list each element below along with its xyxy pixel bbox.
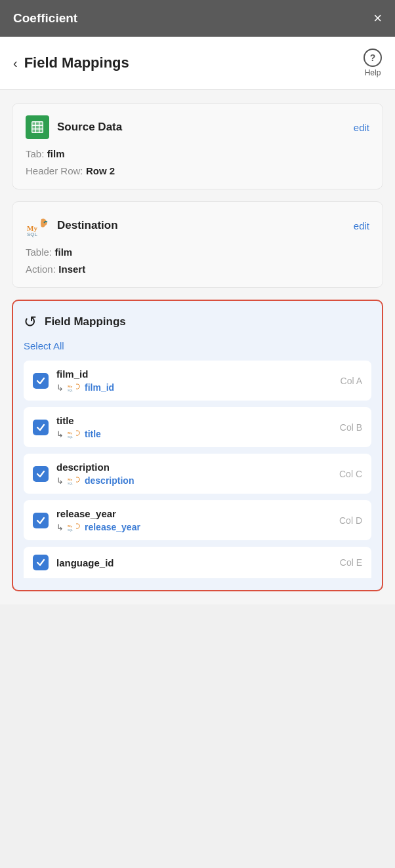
field-info-title: title ↳ My SQL title (56, 415, 332, 439)
dest-action-value: Insert (58, 264, 85, 275)
svg-text:My: My (68, 431, 73, 435)
dest-action-label: Action: (26, 264, 56, 275)
field-col-film-id: Col A (341, 376, 362, 386)
svg-text:My: My (68, 385, 73, 388)
fm-header: ↺ Field Mappings (24, 313, 371, 331)
page-title: Field Mappings (24, 54, 129, 71)
svg-text:SQL: SQL (68, 482, 73, 485)
checkbox-release-year[interactable] (33, 513, 49, 528)
destination-card: My SQL Destination edit Table: film Acti… (12, 201, 383, 288)
source-header-label: Header Row: (26, 165, 83, 176)
field-info-film-id: film_id ↳ My SQL film_id (56, 368, 333, 393)
field-row-description: description ↳ My SQL description Col C (24, 454, 371, 494)
main-content: Source Data edit Tab: film Header Row: R… (0, 90, 395, 604)
field-dest-release-year: release_year (85, 522, 140, 532)
field-mappings-icon: ↺ (24, 313, 37, 331)
app-header: Coefficient × (0, 0, 395, 37)
help-icon: ? (364, 49, 382, 67)
close-button[interactable]: × (373, 11, 382, 26)
checkbox-description[interactable] (33, 466, 49, 482)
source-edit-link[interactable]: edit (354, 122, 369, 133)
field-mappings-card: ↺ Field Mappings Select All film_id ↳ My… (12, 300, 383, 591)
mapping-arrow-icon: ↳ (56, 523, 64, 532)
dest-table-row: Table: film (26, 247, 369, 258)
svg-text:SQL: SQL (68, 389, 73, 392)
svg-text:SQL: SQL (27, 231, 38, 237)
checkbox-title[interactable] (33, 420, 49, 435)
select-all-button[interactable]: Select All (24, 340, 64, 351)
field-name-language-id: language_id (56, 557, 332, 568)
mysql-mini-icon-title: My SQL (68, 429, 81, 439)
field-info-description: description ↳ My SQL description (56, 462, 331, 486)
svg-rect-0 (32, 122, 43, 133)
checkbox-film-id[interactable] (33, 373, 49, 389)
source-tab-row: Tab: film (26, 148, 369, 160)
field-dest-title: title (85, 429, 101, 439)
back-button[interactable]: ‹ (13, 56, 18, 71)
source-header-row: Header Row: Row 2 (26, 165, 369, 177)
mysql-mini-icon-description: My SQL (68, 476, 81, 485)
source-header-value: Row 2 (86, 165, 115, 176)
field-row-title: title ↳ My SQL title Col B (24, 407, 371, 447)
svg-text:My: My (68, 524, 73, 528)
dest-card-title: Destination (57, 219, 118, 232)
field-mapping-film-id: ↳ My SQL film_id (56, 382, 333, 393)
mapping-arrow-icon: ↳ (56, 429, 64, 439)
field-dest-description: description (85, 475, 134, 486)
source-tab-label: Tab: (26, 148, 44, 159)
help-button[interactable]: ? Help (364, 49, 382, 77)
dest-edit-link[interactable]: edit (354, 220, 369, 231)
source-card-header: Source Data edit (26, 115, 369, 139)
field-info-language-id: language_id (56, 557, 332, 568)
sheets-icon (26, 115, 49, 139)
svg-text:SQL: SQL (68, 528, 73, 532)
dest-action-row: Action: Insert (26, 264, 369, 275)
field-col-release-year: Col D (339, 515, 362, 526)
svg-text:SQL: SQL (68, 435, 73, 439)
field-col-language-id: Col E (340, 557, 362, 568)
field-mapping-title: ↳ My SQL title (56, 429, 332, 439)
svg-text:My: My (68, 478, 73, 481)
field-col-description: Col C (339, 469, 362, 479)
checkbox-language-id[interactable] (33, 555, 49, 570)
page-header: ‹ Field Mappings ? Help (0, 37, 395, 90)
fm-title: Field Mappings (45, 315, 126, 328)
source-card-title: Source Data (57, 121, 122, 134)
field-mapping-release-year: ↳ My SQL release_year (56, 522, 331, 532)
field-col-title: Col B (340, 422, 362, 433)
field-name-title: title (56, 415, 332, 426)
field-info-release-year: release_year ↳ My SQL release_year (56, 508, 331, 532)
field-name-description: description (56, 462, 331, 473)
source-data-card: Source Data edit Tab: film Header Row: R… (12, 103, 383, 189)
page-header-left: ‹ Field Mappings (13, 54, 129, 71)
mysql-icon: My SQL (26, 214, 49, 237)
source-tab-value: film (47, 148, 65, 159)
app-title: Coefficient (13, 11, 77, 26)
field-name-film-id: film_id (56, 368, 333, 380)
dest-card-header: My SQL Destination edit (26, 214, 369, 237)
mysql-mini-icon-release-year: My SQL (68, 523, 81, 532)
field-name-release-year: release_year (56, 508, 331, 519)
field-row-film-id: film_id ↳ My SQL film_id Col A (24, 361, 371, 401)
mysql-mini-icon-film-id: My SQL (68, 383, 81, 392)
dest-table-value: film (54, 247, 72, 258)
field-mapping-description: ↳ My SQL description (56, 475, 331, 486)
field-row-release-year: release_year ↳ My SQL release_year Col D (24, 500, 371, 540)
source-card-header-left: Source Data (26, 115, 122, 139)
field-dest-film-id: film_id (85, 382, 114, 393)
field-row-language-id: language_id Col E (24, 547, 371, 578)
dest-table-label: Table: (26, 247, 52, 258)
help-label: Help (365, 68, 381, 77)
mapping-arrow-icon: ↳ (56, 476, 64, 486)
dest-card-header-left: My SQL Destination (26, 214, 118, 237)
mapping-arrow-icon: ↳ (56, 383, 64, 393)
